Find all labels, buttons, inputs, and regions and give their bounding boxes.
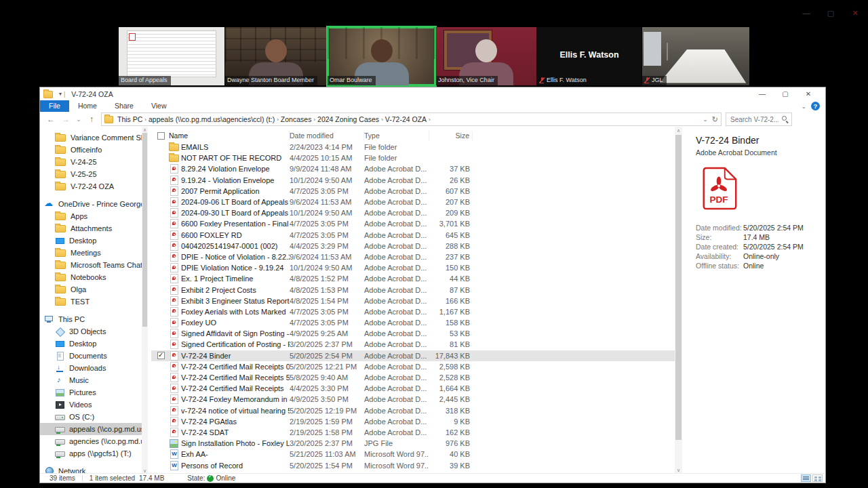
- back-button[interactable]: ←: [45, 115, 56, 124]
- address-box[interactable]: This PC›appeals (\\co.pg.md.us\agencies\…: [101, 113, 722, 126]
- file-row-dpie-violation-notice-9-19-24[interactable]: DPIE Violation Notice - 9.19.2410/1/2024…: [151, 262, 675, 273]
- file-list-scrollbar[interactable]: ∧ ∨: [675, 127, 682, 474]
- navigation-scrollbar[interactable]: ∧ ∨: [142, 127, 148, 474]
- breadcrumb-segment-this-pc[interactable]: This PC: [116, 115, 144, 123]
- file-row-8-29-24-violation-envelope[interactable]: 8.29.24 Violation Envelope9/9/2024 11:48…: [151, 163, 675, 174]
- file-row-04042025141947-0001-002[interactable]: 04042025141947-0001 (002)4/4/2025 3:29 P…: [151, 241, 675, 251]
- checkbox-icon[interactable]: [157, 132, 165, 140]
- column-header-date-modified[interactable]: Date modified: [290, 131, 364, 140]
- column-header-name[interactable]: Name: [169, 131, 290, 140]
- breadcrumb-segment-2024-zoning-cases[interactable]: 2024 Zoning Cases: [316, 115, 380, 123]
- file-row-dpie-notice-of-violation-8-22-24[interactable]: DPIE - Notice of Violation - 8.22.249/6/…: [151, 251, 675, 262]
- file-row-6600-foxley-rd[interactable]: 6600 FOXLEY RD4/7/2025 3:05 PMAdobe Acro…: [151, 230, 675, 241]
- search-input[interactable]: [729, 115, 780, 124]
- sidebar-item-meetings[interactable]: Meetings: [40, 247, 142, 259]
- file-row-exhibit-3-engineer-status-report[interactable]: Exhibit 3 Engineer Status Report4/8/2025…: [151, 296, 675, 306]
- sidebar-item-agencies-co-pg-md-us-s[interactable]: agencies (\\co.pg.md.us) (S: [40, 435, 142, 447]
- scrollbar-thumb[interactable]: [142, 133, 147, 327]
- sidebar-item-desktop[interactable]: Desktop: [40, 338, 142, 350]
- video-tile-johnston-vice-chair[interactable]: Johnston, Vice Chair: [436, 27, 536, 85]
- sidebar-item-this-pc[interactable]: This PC: [40, 313, 142, 325]
- file-row-v-72-24-certified-mail-receipts-05-06[interactable]: V-72-24 Certified Mail Receipts 05-06...…: [151, 361, 675, 372]
- sidebar-item-appeals-co-pg-md-us-ag[interactable]: appeals (\\co.pg.md.us\ag: [40, 423, 142, 435]
- sidebar-item-onedrive-prince-george-s-c[interactable]: OneDrive - Prince George's C: [40, 198, 142, 210]
- refresh-icon[interactable]: ↻: [712, 115, 718, 124]
- sidebar-item-v-24-25[interactable]: V-24-25: [40, 156, 142, 168]
- sidebar-item-test[interactable]: TEST: [40, 296, 142, 308]
- file-row-persons-of-record[interactable]: Persons of Record5/20/2025 1:54 PMMicros…: [151, 460, 675, 470]
- file-row-2024-09-06-lt-board-of-appeals[interactable]: 2024-09-06 LT Board of Appeals9/6/2024 1…: [151, 197, 675, 207]
- help-icon[interactable]: ?: [811, 102, 820, 110]
- file-row-v-72-24-certified-mail-receipts-5-6-2[interactable]: V-72-24 Certified Mail Receipts 5-6-2...…: [151, 372, 675, 383]
- sidebar-item-v-25-25[interactable]: V-25-25: [40, 168, 142, 180]
- quick-access-toolbar-chevron-icon[interactable]: ▾: [59, 91, 62, 97]
- file-row-v-72-24-foxley-memorandum-in-supp[interactable]: V-72-24 Foxley Memorandum in Supp...4/9/…: [151, 394, 675, 405]
- video-tile-omar-boulware[interactable]: Omar Boulware: [328, 27, 435, 85]
- recent-locations-chevron-icon[interactable]: ⌄: [75, 116, 82, 123]
- file-row-not-part-of-the-record[interactable]: NOT PART OF THE RECORD4/4/2025 10:15 AMF…: [151, 152, 675, 163]
- sidebar-item-olga[interactable]: Olga: [40, 283, 142, 296]
- select-all-checkbox[interactable]: [151, 132, 169, 140]
- file-row-exhibit-2-project-costs[interactable]: Exhibit 2 Project Costs4/8/2025 1:53 PMA…: [151, 284, 675, 295]
- sidebar-item-apps-pgcfs1-t[interactable]: apps (\\pgcfs1) (T:): [40, 447, 142, 460]
- sidebar-item-pictures[interactable]: Pictures: [40, 386, 142, 399]
- file-row-2024-09-30-lt-board-of-appeals[interactable]: 2024-09-30 LT Board of Appeals10/1/2024 …: [151, 207, 675, 218]
- file-row-emails[interactable]: EMAILS2/24/2023 4:14 PMFile folder: [151, 142, 675, 152]
- file-row-v-72-24-binder[interactable]: V-72-24 Binder5/20/2025 2:54 PMAdobe Acr…: [151, 350, 675, 361]
- sidebar-item-music[interactable]: Music: [40, 374, 142, 386]
- sidebar-item-attachments[interactable]: Attachments: [40, 222, 142, 235]
- video-tile-board-of-appeals[interactable]: Board of Appeals: [119, 27, 224, 85]
- sidebar-item-desktop[interactable]: Desktop: [40, 235, 142, 247]
- sidebar-item-notebooks[interactable]: Notebooks: [40, 271, 142, 283]
- file-row-v-72-24-certified-mail-receipts[interactable]: V-72-24 Certified Mail Receipts4/4/2025 …: [151, 383, 675, 394]
- sidebar-item-microsoft-teams-chat-files[interactable]: Microsoft Teams Chat Files: [40, 259, 142, 271]
- ribbon-tab-share[interactable]: Share: [106, 100, 142, 112]
- forward-button[interactable]: →: [60, 115, 71, 124]
- file-row-2007-permit-application[interactable]: 2007 Permit Application4/7/2025 3:05 PMA…: [151, 186, 675, 197]
- row-checkbox[interactable]: [151, 352, 169, 359]
- file-row-sign-installation-photo-foxley-llc-ca[interactable]: Sign Installation Photo - Foxley LLC Ca.…: [151, 438, 675, 449]
- window-maximize-button[interactable]: ▢: [774, 87, 797, 100]
- sidebar-item-variance-comment-shee[interactable]: Variance Comment Shee: [40, 131, 142, 144]
- scrollbar-thumb[interactable]: [675, 135, 682, 440]
- sidebar-item-v-72-24-oza[interactable]: V-72-24 OZA: [40, 180, 142, 192]
- sidebar-item-downloads[interactable]: Downloads: [40, 362, 142, 374]
- video-tile-ellis-f-watson[interactable]: Ellis F. WatsonEllis F. Watson: [537, 27, 642, 85]
- sidebar-item-apps[interactable]: Apps: [40, 210, 142, 222]
- file-row-foxley-aerials-with-lots-marked[interactable]: Foxley Aerials with Lots Marked4/7/2025 …: [151, 306, 675, 317]
- breadcrumb-segment-v-72-24-oza[interactable]: V-72-24 OZA: [384, 115, 428, 123]
- expand-ribbon-chevron-icon[interactable]: ⌄: [801, 103, 806, 110]
- file-row-exh-aa[interactable]: Exh AA-5/21/2025 11:03 AMMicrosoft Word …: [151, 449, 675, 460]
- window-close-button[interactable]: ✕: [797, 87, 820, 100]
- address-dropdown-icon[interactable]: ⌄: [703, 116, 708, 123]
- file-row-ex-1-project-timeline[interactable]: Ex. 1 Project Timeline4/8/2025 1:52 PMAd…: [151, 273, 675, 284]
- window-minimize-button[interactable]: —: [751, 87, 774, 100]
- sidebar-item-os-c[interactable]: OS (C:): [40, 411, 142, 423]
- video-tile-jgl[interactable]: JGL: [642, 27, 749, 85]
- search-icon[interactable]: [782, 116, 789, 123]
- large-icons-view-button[interactable]: [812, 474, 823, 482]
- video-tile-dwayne-stanton-board-member[interactable]: Dwayne Stanton Board Member: [225, 27, 327, 85]
- scroll-up-icon[interactable]: ∧: [675, 127, 682, 134]
- sidebar-item-3d-objects[interactable]: 3D Objects: [40, 325, 142, 338]
- sidebar-item-documents[interactable]: Documents: [40, 350, 142, 362]
- scroll-down-icon[interactable]: ∨: [675, 467, 682, 473]
- column-header-size[interactable]: Size: [429, 131, 473, 140]
- file-row-foxley-uo[interactable]: Foxley UO4/7/2025 3:05 PMAdobe Acrobat D…: [151, 317, 675, 328]
- ribbon-tab-view[interactable]: View: [142, 100, 176, 112]
- up-button[interactable]: ↑: [86, 115, 97, 124]
- ribbon-tab-file[interactable]: File: [40, 100, 69, 112]
- file-row-signed-affidavit-of-sign-posting-foxl[interactable]: Signed Affidavit of Sign Posting - Foxl.…: [151, 328, 675, 339]
- file-row-signed-certification-of-posting-foxley[interactable]: Signed Certification of Posting - Foxley…: [151, 339, 675, 350]
- sidebar-item-officeinfo[interactable]: Officeinfo: [40, 144, 142, 156]
- checkbox-checked-icon[interactable]: [157, 352, 165, 359]
- breadcrumb-segment-zoncases[interactable]: Zoncases: [279, 115, 313, 123]
- file-row-v-72-24-sdat[interactable]: V-72-24 SDAT2/19/2025 1:58 PMAdobe Acrob…: [151, 427, 675, 438]
- file-row-v-72-24-notice-of-virtual-hearing-5-6[interactable]: v-72-24 notice of virtual hearing 5-65/2…: [151, 405, 675, 416]
- breadcrumb-segment-appeals-co-pg-md-us-agencies-ccl-t[interactable]: appeals (\\co.pg.md.us\agencies\ccl) (t:…: [147, 115, 276, 123]
- details-view-button[interactable]: [801, 474, 811, 482]
- file-row-6600-foxley-presentation-final[interactable]: 6600 Foxley Presentation - Final4/7/2025…: [151, 218, 675, 229]
- file-row-v-72-24-pgatlas[interactable]: V-72-24 PGAtlas2/19/2025 1:59 PMAdobe Ac…: [151, 416, 675, 427]
- breadcrumb-separator-icon[interactable]: ›: [428, 117, 431, 123]
- file-row-9-19-24-violation-envelope[interactable]: 9.19.24 - Violation Envelope10/1/2024 9:…: [151, 175, 675, 186]
